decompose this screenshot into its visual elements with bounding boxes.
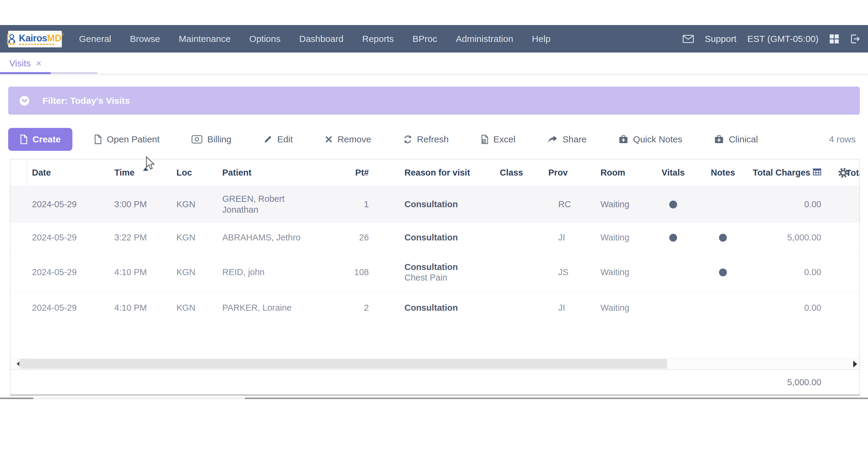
envelope-icon[interactable] (683, 35, 694, 43)
cell-date: 2024-05-29 (27, 253, 109, 292)
menu-maintenance[interactable]: Maintenance (179, 34, 231, 44)
table-row[interactable]: 2024-05-29 3:00 PM KGN GREEN, Robert Jon… (10, 186, 860, 223)
billing-label: Billing (207, 134, 231, 145)
column-header-prov[interactable]: Prov (548, 159, 599, 186)
column-header-pt-num[interactable]: Pt# (316, 159, 376, 186)
cell-reason: Consultation (376, 186, 500, 222)
medical-bag-icon (619, 135, 628, 144)
table-row[interactable]: 2024-05-29 4:10 PM KGN PARKER, Loraine 2… (10, 292, 860, 324)
tab-bar: Visits × (0, 53, 868, 74)
support-link[interactable]: Support (705, 34, 737, 44)
edit-button[interactable]: Edit (263, 134, 293, 145)
page-icon (94, 135, 102, 144)
excel-file-icon (481, 135, 489, 144)
quick-notes-button[interactable]: Quick Notes (619, 134, 682, 145)
grid-header-row: Date Time Loc Patient Pt# Reason for vis… (10, 159, 860, 186)
filter-bar[interactable]: Filter: Today's Visits (8, 87, 860, 115)
cell-date: 2024-05-29 (27, 186, 109, 222)
create-button[interactable]: Create (8, 128, 72, 151)
logo-md-text: MD (47, 33, 61, 43)
refresh-label: Refresh (417, 134, 449, 145)
cell-vitals (648, 292, 699, 324)
row-gutter (10, 292, 27, 324)
column-header-patient[interactable]: Patient (222, 159, 316, 186)
horizontal-scrollbar[interactable] (10, 358, 860, 369)
cell-loc: KGN (171, 186, 222, 222)
menu-dashboard[interactable]: Dashboard (299, 34, 343, 44)
table-row[interactable]: 2024-05-29 4:10 PM KGN REID, john 108 Co… (10, 253, 860, 292)
billing-button[interactable]: Billing (191, 134, 231, 145)
cell-time: 3:22 PM (109, 223, 171, 253)
reason-text: Consultation (404, 199, 458, 209)
column-header-loc[interactable]: Loc (171, 159, 222, 186)
menu-options[interactable]: Options (249, 34, 280, 44)
cell-time: 4:10 PM (109, 292, 171, 324)
logo-text: Kairos MD ® (19, 33, 64, 45)
menu-administration[interactable]: Administration (456, 34, 513, 44)
cell-loc: KGN (171, 223, 222, 253)
chevron-down-icon[interactable] (20, 96, 29, 106)
toolbar: Create Open Patient (8, 127, 860, 151)
scroll-right-arrow-icon[interactable] (853, 361, 857, 367)
reason-text: Consultation (404, 302, 458, 313)
app-window: Kairos MD ® General Browse Maintenance O… (0, 0, 868, 473)
cell-class (500, 186, 548, 222)
grid-empty-area (10, 324, 860, 358)
menu-bproc[interactable]: BProc (412, 34, 437, 44)
cell-notes (699, 186, 747, 222)
menu-help[interactable]: Help (532, 34, 551, 44)
column-header-class[interactable]: Class (500, 159, 548, 186)
clinical-button[interactable]: Clinical (714, 134, 758, 145)
column-header-vitals[interactable]: Vitals (648, 159, 699, 186)
table-row[interactable]: 2024-05-29 3:22 PM KGN ABRAHAMS, Jethro … (10, 223, 860, 253)
menu-reports[interactable]: Reports (362, 34, 394, 44)
cell-total-charges: 5,000.00 (747, 223, 829, 253)
row-gutter (10, 253, 27, 292)
cell-pt-num: 1 (316, 186, 376, 222)
cell-room: Waiting (599, 292, 648, 324)
tab-close-icon[interactable]: × (36, 59, 42, 68)
cell-total-charges: 0.00 (747, 186, 829, 222)
registered-mark: ® (61, 33, 64, 36)
tab-visits-label: Visits (9, 58, 31, 68)
bottom-divider-left (0, 397, 33, 399)
gear-icon[interactable] (838, 167, 849, 181)
column-header-date[interactable]: Date (27, 159, 109, 186)
cell-vitals (648, 253, 699, 292)
kairosmd-logo[interactable]: Kairos MD ® (8, 31, 62, 47)
cell-patient: PARKER, Loraine (222, 292, 316, 324)
share-button[interactable]: Share (548, 134, 587, 145)
filter-label: Filter: Today's Visits (42, 96, 130, 106)
time-header-label: Time (114, 168, 134, 178)
remove-button[interactable]: Remove (325, 134, 371, 145)
column-header-total-charges[interactable]: Total Charges (747, 159, 829, 186)
scrollbar-thumb[interactable] (19, 359, 667, 368)
open-patient-button[interactable]: Open Patient (94, 134, 159, 145)
logo-kairos-text: Kairos (19, 33, 47, 43)
grid-footer: 5,000.00 (10, 369, 860, 394)
menu-general[interactable]: General (79, 34, 111, 44)
navbar-right-cluster: Support EST (GMT-05:00) (683, 25, 860, 53)
cell-total-charges: 0.00 (747, 292, 829, 324)
tab-visits[interactable]: Visits × (0, 53, 51, 74)
cell-prov: JI (548, 292, 599, 324)
cell-vitals (648, 223, 699, 253)
logout-icon[interactable] (850, 34, 860, 44)
edit-label: Edit (277, 134, 293, 145)
total-charges-header-label: Total Charges (753, 168, 810, 178)
cell-time: 4:10 PM (109, 253, 171, 292)
row-count: 4 rows (829, 127, 856, 151)
menu-browse[interactable]: Browse (130, 34, 160, 44)
column-header-reason[interactable]: Reason for visit (376, 159, 500, 186)
banknote-icon (191, 135, 203, 144)
column-header-notes[interactable]: Notes (699, 159, 747, 186)
cell-class (500, 292, 548, 324)
share-icon (548, 135, 558, 144)
doctor-icon (6, 33, 17, 46)
refresh-button[interactable]: Refresh (403, 134, 449, 145)
apps-grid-icon[interactable] (829, 34, 839, 44)
column-header-time[interactable]: Time (109, 159, 171, 186)
grid-table-icon (813, 168, 821, 178)
excel-button[interactable]: Excel (481, 134, 516, 145)
column-header-room[interactable]: Room (599, 159, 648, 186)
